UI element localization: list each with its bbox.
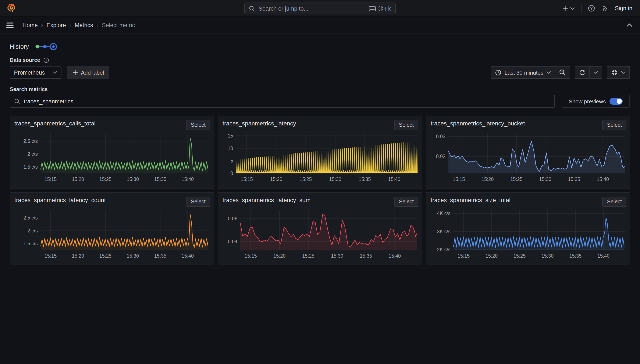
metric-card-title: traces_spanmetrics_latency_count (14, 196, 106, 204)
svg-text:3K c/s: 3K c/s (437, 229, 450, 234)
svg-text:5: 5 (230, 158, 233, 164)
svg-text:15:20: 15:20 (274, 253, 286, 259)
breadcrumb-item-home[interactable]: Home (22, 22, 38, 28)
shortcut-hint: ⌘+k (368, 5, 391, 12)
svg-text:15:30: 15:30 (539, 176, 552, 182)
metric-card: traces_spanmetrics_calls_total Select 15… (10, 116, 214, 188)
breadcrumb-current: Select metric (102, 22, 135, 28)
metric-card-title: traces_spanmetrics_size_total (430, 196, 510, 204)
svg-text:15:15: 15:15 (458, 253, 470, 259)
chevron-down-icon (594, 71, 598, 74)
svg-text:15:40: 15:40 (182, 253, 194, 259)
show-previews-toggle[interactable] (610, 98, 622, 105)
refresh-interval-dropdown[interactable] (589, 66, 602, 78)
collapse-controls-button[interactable] (626, 23, 632, 27)
metric-card-title: traces_spanmetrics_latency_sum (222, 196, 311, 204)
metric-card: traces_spanmetrics_latency_sum Select 15… (218, 192, 422, 265)
select-metric-button[interactable]: Select (602, 120, 627, 130)
time-range-label: Last 30 minutes (504, 69, 543, 76)
svg-text:0.03: 0.03 (436, 134, 446, 139)
rss-icon (601, 5, 608, 12)
help-button[interactable]: ? (588, 5, 595, 12)
svg-text:15:30: 15:30 (127, 176, 139, 182)
global-search-box[interactable]: ⌘+k (244, 2, 396, 14)
refresh-button[interactable] (575, 66, 589, 78)
new-menu-button[interactable] (562, 5, 574, 12)
svg-text:15:35: 15:35 (568, 176, 580, 182)
metric-preview-chart: 15:1515:2015:2515:3015:3515:401.5 c/s2 c… (14, 131, 210, 184)
metric-card: traces_spanmetrics_latency_bucket Select… (426, 116, 630, 188)
svg-text:15: 15 (228, 133, 233, 138)
controls-row: Prometheus Add label Last 30 minutes (10, 66, 630, 79)
metrics-search-input[interactable] (24, 98, 550, 104)
top-nav-bar: ⌘+k ? Sign in (0, 0, 640, 17)
history-label: History (10, 43, 29, 50)
datasource-label-row: Data source (10, 57, 49, 63)
breadcrumb-item-metrics[interactable]: Metrics (74, 22, 93, 28)
refresh-group (575, 66, 602, 79)
svg-text:15:15: 15:15 (244, 253, 257, 259)
search-icon (249, 5, 255, 12)
zoom-out-button[interactable] (555, 66, 570, 78)
news-button[interactable] (601, 5, 608, 12)
add-label-text: Add label (81, 69, 104, 76)
svg-text:0.02: 0.02 (436, 154, 446, 159)
metrics-search-box[interactable] (10, 95, 555, 108)
svg-text:15:20: 15:20 (482, 176, 494, 182)
metric-card-title: traces_spanmetrics_latency (222, 120, 296, 127)
select-metric-button[interactable]: Select (394, 120, 418, 130)
select-metric-button[interactable]: Select (186, 120, 210, 130)
select-metric-button[interactable]: Select (186, 196, 210, 207)
sign-in-link[interactable]: Sign in (615, 5, 632, 12)
svg-text:0.06: 0.06 (228, 216, 237, 222)
breadcrumb-separator-icon: › (96, 22, 98, 28)
global-search-input[interactable] (258, 5, 365, 12)
history-row: History (10, 42, 58, 51)
svg-text:15:40: 15:40 (389, 253, 401, 259)
svg-text:2.5 c/s: 2.5 c/s (23, 215, 38, 220)
breadcrumb-separator-icon: › (41, 22, 43, 28)
svg-text:2K c/s: 2K c/s (437, 247, 450, 252)
gear-icon (611, 69, 618, 76)
metrics-search-label: Search metrics (10, 86, 48, 92)
breadcrumb-item-explore[interactable]: Explore (46, 22, 66, 28)
svg-text:15:30: 15:30 (542, 253, 554, 259)
time-range-button[interactable]: Last 30 minutes (491, 66, 555, 78)
breadcrumb: Home › Explore › Metrics › Select metric (22, 22, 135, 28)
svg-text:2.5 c/s: 2.5 c/s (23, 138, 38, 144)
select-metric-button[interactable]: Select (394, 196, 418, 207)
show-previews-field: Show previews (562, 95, 630, 108)
svg-text:15:20: 15:20 (72, 253, 84, 259)
svg-text:15:20: 15:20 (72, 176, 84, 182)
svg-text:15:35: 15:35 (154, 253, 166, 259)
svg-text:1.5 c/s: 1.5 c/s (23, 164, 38, 170)
svg-text:15:15: 15:15 (44, 253, 57, 259)
svg-text:15:20: 15:20 (270, 176, 282, 182)
datasource-value: Prometheus (14, 69, 45, 76)
svg-text:2 c/s: 2 c/s (27, 151, 38, 157)
svg-text:15:25: 15:25 (302, 253, 314, 259)
svg-text:15:35: 15:35 (570, 253, 582, 259)
svg-text:15:25: 15:25 (300, 176, 312, 182)
add-label-button[interactable]: Add label (67, 66, 109, 79)
plus-icon (72, 70, 78, 75)
metric-card: traces_spanmetrics_size_total Select 15:… (426, 192, 630, 265)
select-metric-button[interactable]: Select (602, 196, 627, 207)
chevron-down-icon (52, 71, 57, 74)
datasource-select[interactable]: Prometheus (10, 66, 62, 79)
mega-menu-button[interactable] (6, 22, 14, 28)
metrics-search-row: Show previews (10, 95, 630, 108)
svg-text:4K c/s: 4K c/s (437, 210, 450, 216)
chevron-up-icon (626, 23, 632, 27)
grafana-logo-icon[interactable] (6, 3, 16, 14)
help-icon: ? (588, 5, 595, 12)
svg-text:15:40: 15:40 (388, 176, 400, 182)
svg-text:15:25: 15:25 (100, 253, 112, 259)
history-timeline[interactable] (35, 42, 58, 51)
svg-text:15:25: 15:25 (100, 176, 112, 182)
svg-text:15:40: 15:40 (598, 253, 610, 259)
svg-text:15:30: 15:30 (329, 176, 342, 182)
topbar-divider (581, 4, 581, 12)
settings-button[interactable] (607, 66, 630, 78)
breadcrumb-separator-icon: › (69, 22, 71, 28)
